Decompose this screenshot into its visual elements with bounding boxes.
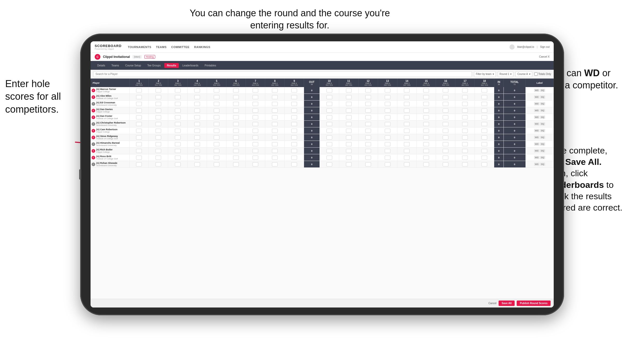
hole-input[interactable] [136,129,142,133]
hole-input[interactable] [253,135,258,140]
hole-input[interactable] [327,102,332,106]
hole-input[interactable] [291,135,297,140]
hole-input[interactable] [233,88,239,93]
hole-input-cell[interactable] [417,94,436,101]
hole-input[interactable] [385,142,390,146]
hole-input[interactable] [253,122,258,126]
hole-input-cell[interactable] [358,114,378,121]
hole-input[interactable] [156,142,161,146]
hole-input-cell[interactable] [149,121,168,127]
dq-button[interactable]: DQ [540,163,545,166]
hole-input-cell[interactable] [417,148,436,154]
hole-input-cell[interactable] [358,94,378,101]
hole-input-cell[interactable] [188,134,207,141]
hole-input-cell[interactable] [207,127,226,134]
save-all-button[interactable]: Save All [499,301,515,306]
hole-input-cell[interactable] [265,161,285,168]
hole-input[interactable] [365,95,371,99]
hole-input-cell[interactable] [378,101,397,107]
hole-input[interactable] [291,142,297,146]
hole-input[interactable] [385,95,390,99]
hole-input-cell[interactable] [320,107,339,114]
hole-input-cell[interactable] [246,161,265,168]
hole-input-cell[interactable] [285,107,304,114]
hole-input-cell[interactable] [378,148,397,154]
hole-input-cell[interactable] [149,134,168,141]
hole-input-cell[interactable] [246,101,265,107]
dq-button[interactable]: DQ [540,95,545,99]
hole-input[interactable] [404,109,410,113]
hole-input[interactable] [423,135,429,140]
nav-signout[interactable]: Sign out [540,45,550,48]
hole-input-cell[interactable] [129,134,149,141]
hole-input-cell[interactable] [285,114,304,121]
hole-input-cell[interactable] [265,94,285,101]
hole-input-cell[interactable] [129,107,149,114]
hole-input-cell[interactable] [207,134,226,141]
hole-input[interactable] [156,102,161,106]
hole-input-cell[interactable] [226,148,246,154]
hole-input-cell[interactable] [129,141,149,148]
hole-input[interactable] [233,102,239,106]
hole-input[interactable] [253,129,258,133]
hole-input[interactable] [253,142,258,146]
hole-input[interactable] [214,102,219,106]
hole-input[interactable] [291,122,297,126]
hole-input[interactable] [272,129,278,133]
hole-input-cell[interactable] [207,154,226,161]
hole-input[interactable] [385,149,390,153]
hole-input[interactable] [482,102,487,106]
hole-input[interactable] [443,149,448,153]
hole-input-cell[interactable] [246,87,265,94]
hole-input[interactable] [175,88,181,93]
hole-input[interactable] [365,142,371,146]
hole-input-cell[interactable] [207,121,226,127]
hole-input-cell[interactable] [455,114,475,121]
tab-leaderboards[interactable]: Leaderboards [180,63,201,68]
hole-input[interactable] [272,88,278,93]
hole-input-cell[interactable] [358,87,378,94]
hole-input[interactable] [253,88,258,93]
wd-button[interactable]: WD [534,149,539,152]
hole-input[interactable] [291,129,297,133]
hole-input[interactable] [327,142,332,146]
hole-input[interactable] [175,149,181,153]
cancel-tournament[interactable]: Cancel X [539,55,550,58]
hole-input-cell[interactable] [339,154,358,161]
hole-input[interactable] [327,122,332,126]
hole-input-cell[interactable] [226,134,246,141]
round-selector[interactable]: Round 1 ▾ [498,71,514,77]
hole-input[interactable] [175,129,181,133]
hole-input[interactable] [327,149,332,153]
hole-input-cell[interactable] [226,121,246,127]
hole-input[interactable] [365,109,371,113]
hole-input[interactable] [253,156,258,160]
hole-input-cell[interactable] [149,161,168,168]
hole-input-cell[interactable] [436,141,455,148]
hole-input[interactable] [327,115,332,119]
hole-input-cell[interactable] [358,127,378,134]
hole-input-cell[interactable] [455,148,475,154]
hole-input-cell[interactable] [417,87,436,94]
hole-input[interactable] [194,162,200,166]
hole-input[interactable] [272,162,278,166]
hole-input[interactable] [443,156,448,160]
dq-button[interactable]: DQ [540,156,545,159]
hole-input[interactable] [385,162,390,166]
hole-input-cell[interactable] [188,114,207,121]
hole-input-cell[interactable] [455,134,475,141]
hole-input[interactable] [482,115,487,119]
hole-input[interactable] [327,162,332,166]
hole-input[interactable] [365,156,371,160]
hole-input-cell[interactable] [397,87,417,94]
hole-input[interactable] [291,95,297,99]
hole-input[interactable] [385,115,390,119]
hole-input[interactable] [482,129,487,133]
hole-input-cell[interactable] [475,141,494,148]
hole-input-cell[interactable] [320,154,339,161]
hole-input-cell[interactable] [129,94,149,101]
hole-input[interactable] [136,88,142,93]
hole-input[interactable] [443,109,448,113]
hole-input-cell[interactable] [417,101,436,107]
tab-printables[interactable]: Printables [202,63,219,68]
